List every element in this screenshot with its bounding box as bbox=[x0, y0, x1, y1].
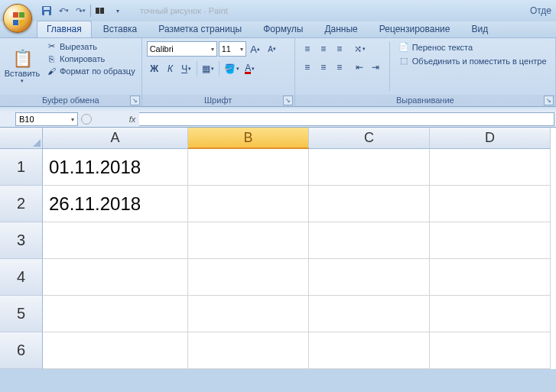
increase-indent-button[interactable]: ⇥ bbox=[368, 60, 383, 75]
tab-home[interactable]: Главная bbox=[37, 21, 92, 37]
cell-A2[interactable]: 26.11.2018 bbox=[43, 186, 188, 222]
tab-view[interactable]: Вид bbox=[461, 21, 498, 37]
save-icon[interactable] bbox=[40, 4, 54, 18]
merge-center-button[interactable]: ⬚Объединить и поместить в центре bbox=[396, 55, 549, 66]
cell-D1[interactable] bbox=[430, 149, 551, 186]
fill-color-button[interactable]: 🪣▾ bbox=[222, 61, 242, 76]
underline-button[interactable]: Ч▾ bbox=[179, 61, 194, 76]
formula-bar-area: B10▾ fx bbox=[0, 107, 556, 128]
tab-review[interactable]: Рецензирование bbox=[369, 21, 460, 37]
name-box[interactable]: B10▾ bbox=[15, 112, 78, 126]
italic-button[interactable]: К bbox=[163, 61, 178, 76]
cell-B6[interactable] bbox=[188, 332, 309, 369]
fx-icon[interactable]: fx bbox=[125, 112, 139, 126]
title-right-text: Отде bbox=[530, 5, 553, 16]
copy-label: Копировать bbox=[60, 54, 105, 63]
cancel-formula-icon[interactable] bbox=[81, 114, 92, 125]
col-header-A[interactable]: A bbox=[43, 128, 188, 149]
cell-B5[interactable] bbox=[188, 296, 309, 332]
col-header-C[interactable]: C bbox=[309, 128, 430, 149]
cell-D2[interactable] bbox=[430, 186, 551, 222]
group-clipboard: 📋 Вставить ▾ ✂Вырезать ⎘Копировать 🖌Форм… bbox=[0, 38, 142, 106]
decrease-indent-button[interactable]: ⇤ bbox=[352, 60, 367, 75]
font-size-combo[interactable]: 11▾ bbox=[219, 41, 246, 57]
cell-A6[interactable] bbox=[43, 332, 188, 369]
bold-button[interactable]: Ж bbox=[147, 61, 162, 76]
align-center-button[interactable]: ≡ bbox=[316, 60, 331, 75]
undo-icon[interactable]: ↶▾ bbox=[57, 4, 70, 18]
border-button[interactable]: ▦▾ bbox=[200, 61, 216, 76]
align-middle-button[interactable]: ≡ bbox=[316, 41, 331, 57]
name-box-value: B10 bbox=[19, 115, 34, 124]
tab-insert[interactable]: Вставка bbox=[93, 21, 148, 37]
svg-rect-4 bbox=[100, 8, 104, 14]
cell-A1[interactable]: 01.11.2018 bbox=[43, 149, 188, 186]
cell-B1[interactable] bbox=[188, 149, 309, 186]
cell-B2[interactable] bbox=[188, 186, 309, 222]
cell-C2[interactable] bbox=[309, 186, 430, 222]
row-4: 4 bbox=[0, 259, 556, 296]
align-top-button[interactable]: ≡ bbox=[300, 41, 315, 57]
cell-A4[interactable] bbox=[43, 259, 188, 296]
cell-C1[interactable] bbox=[309, 149, 430, 186]
orientation-icon: ⤭ bbox=[354, 44, 362, 54]
font-size-value: 11 bbox=[222, 44, 231, 53]
qat-extra-icon[interactable] bbox=[94, 4, 108, 18]
increase-indent-icon: ⇥ bbox=[372, 62, 379, 73]
qat-customize-icon[interactable]: ▾ bbox=[111, 4, 125, 18]
cut-button[interactable]: ✂Вырезать bbox=[44, 40, 138, 52]
row-header-6[interactable]: 6 bbox=[0, 332, 43, 369]
cell-C5[interactable] bbox=[309, 296, 430, 332]
clipboard-launcher-icon[interactable]: ↘ bbox=[130, 96, 140, 105]
tab-page-layout[interactable]: Разметка страницы bbox=[148, 21, 252, 37]
formula-input[interactable] bbox=[139, 112, 554, 126]
cell-B4[interactable] bbox=[188, 259, 309, 296]
row-header-4[interactable]: 4 bbox=[0, 259, 43, 296]
row-5: 5 bbox=[0, 296, 556, 332]
cell-D3[interactable] bbox=[430, 222, 551, 259]
orientation-button[interactable]: ⤭▾ bbox=[352, 41, 368, 57]
ribbon: 📋 Вставить ▾ ✂Вырезать ⎘Копировать 🖌Форм… bbox=[0, 38, 556, 107]
font-launcher-icon[interactable]: ↘ bbox=[283, 96, 293, 105]
cell-A3[interactable] bbox=[43, 222, 188, 259]
copy-button[interactable]: ⎘Копировать bbox=[44, 53, 138, 64]
cell-D5[interactable] bbox=[430, 296, 551, 332]
col-header-B[interactable]: B bbox=[188, 128, 309, 149]
group-font-title: Шрифт↘ bbox=[142, 94, 294, 106]
grow-font-button[interactable]: A▴ bbox=[248, 41, 263, 57]
tab-formulas[interactable]: Формулы bbox=[253, 21, 313, 37]
cell-C4[interactable] bbox=[309, 259, 430, 296]
font-color-icon: A bbox=[245, 64, 251, 74]
font-color-button[interactable]: A▾ bbox=[242, 61, 258, 76]
tab-data[interactable]: Данные bbox=[314, 21, 367, 37]
cell-D4[interactable] bbox=[430, 259, 551, 296]
row-header-1[interactable]: 1 bbox=[0, 149, 43, 186]
italic-label: К bbox=[167, 63, 173, 74]
row-header-2[interactable]: 2 bbox=[0, 186, 43, 222]
cell-D6[interactable] bbox=[430, 332, 551, 369]
paste-button[interactable]: 📋 Вставить ▾ bbox=[4, 40, 41, 92]
align-top-icon: ≡ bbox=[304, 44, 310, 54]
cell-C3[interactable] bbox=[309, 222, 430, 259]
col-header-D[interactable]: D bbox=[430, 128, 551, 149]
cell-C6[interactable] bbox=[309, 332, 430, 369]
align-bottom-button[interactable]: ≡ bbox=[332, 41, 347, 57]
row-3: 3 bbox=[0, 222, 556, 259]
alignment-launcher-icon[interactable]: ↘ bbox=[544, 96, 554, 105]
shrink-font-button[interactable]: A▾ bbox=[265, 41, 280, 57]
row-header-3[interactable]: 3 bbox=[0, 222, 43, 259]
row-2: 2 26.11.2018 bbox=[0, 186, 556, 222]
font-name-combo[interactable]: Calibri▾ bbox=[147, 41, 217, 57]
font-name-value: Calibri bbox=[150, 44, 174, 53]
redo-icon[interactable]: ↷▾ bbox=[73, 4, 87, 18]
row-header-5[interactable]: 5 bbox=[0, 296, 43, 332]
office-button[interactable] bbox=[3, 4, 32, 33]
align-left-button[interactable]: ≡ bbox=[300, 60, 315, 75]
format-painter-button[interactable]: 🖌Формат по образцу bbox=[44, 66, 138, 76]
cell-B3[interactable] bbox=[188, 222, 309, 259]
select-all-corner[interactable] bbox=[0, 128, 43, 149]
wrap-text-button[interactable]: 📄Перенос текста bbox=[396, 41, 549, 53]
quick-access-toolbar: ↶▾ ↷▾ ▾ bbox=[40, 4, 125, 18]
cell-A5[interactable] bbox=[43, 296, 188, 332]
align-right-button[interactable]: ≡ bbox=[332, 60, 347, 75]
